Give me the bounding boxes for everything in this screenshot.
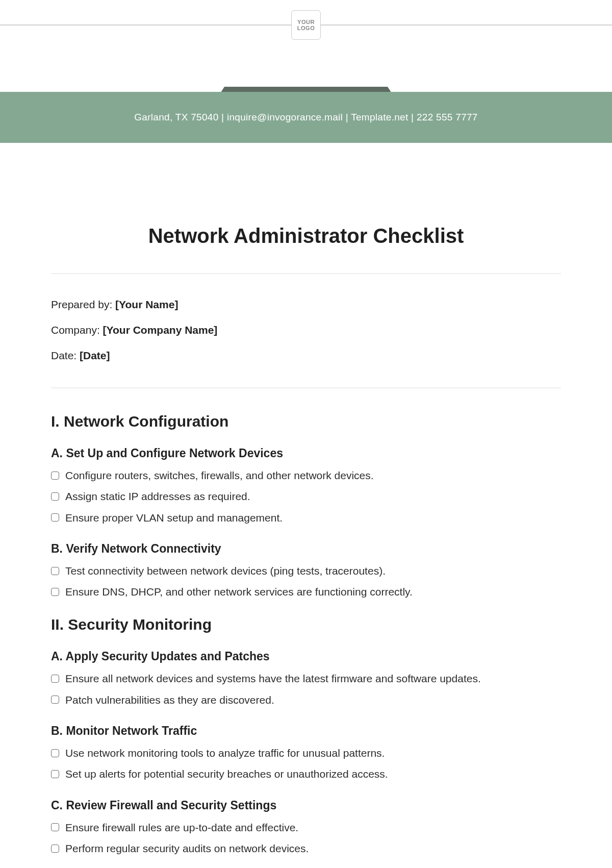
divider bbox=[51, 387, 561, 388]
checkbox-icon[interactable] bbox=[51, 675, 59, 683]
checklist-group: A. Apply Security Updates and PatchesEns… bbox=[51, 650, 561, 707]
group-subheading: B. Verify Network Connectivity bbox=[51, 542, 561, 556]
page-title: Network Administrator Checklist bbox=[51, 225, 561, 247]
checklist-item-text: Use network monitoring tools to analyze … bbox=[65, 746, 385, 760]
checklist-item: Ensure DNS, DHCP, and other network serv… bbox=[51, 585, 561, 599]
group-subheading: C. Review Firewall and Security Settings bbox=[51, 799, 561, 812]
checkbox-icon[interactable] bbox=[51, 513, 59, 522]
top-rule-area: YOUR LOGO bbox=[0, 0, 612, 31]
checkbox-icon[interactable] bbox=[51, 823, 59, 831]
checklist-item: Patch vulnerabilities as they are discov… bbox=[51, 693, 561, 707]
group-subheading: A. Set Up and Configure Network Devices bbox=[51, 447, 561, 460]
checklist-group: B. Verify Network ConnectivityTest conne… bbox=[51, 542, 561, 599]
checkbox-icon[interactable] bbox=[51, 696, 59, 704]
checklist-item: Ensure proper VLAN setup and management. bbox=[51, 511, 561, 525]
checklist-item-text: Assign static IP addresses as required. bbox=[65, 489, 250, 503]
checklist-item-text: Ensure firewall rules are up-to-date and… bbox=[65, 821, 298, 834]
logo-placeholder: YOUR LOGO bbox=[291, 10, 321, 40]
checklist-item-text: Patch vulnerabilities as they are discov… bbox=[65, 693, 274, 707]
checklist-group: A. Set Up and Configure Network DevicesC… bbox=[51, 447, 561, 525]
checklist-item-text: Configure routers, switches, firewalls, … bbox=[65, 468, 374, 482]
checklist-item: Assign static IP addresses as required. bbox=[51, 489, 561, 503]
checkbox-icon[interactable] bbox=[51, 845, 59, 853]
checkbox-icon[interactable] bbox=[51, 567, 59, 575]
checklist-item: Perform regular security audits on netwo… bbox=[51, 841, 561, 855]
checklist-item-text: Ensure all network devices and systems h… bbox=[65, 672, 481, 685]
checklist-item-text: Set up alerts for potential security bre… bbox=[65, 767, 388, 781]
header-band-wrap: Garland, TX 75040 | inquire@invogorance.… bbox=[0, 92, 612, 143]
header-band: Garland, TX 75040 | inquire@invogorance.… bbox=[0, 92, 612, 143]
checklist-item: Configure routers, switches, firewalls, … bbox=[51, 468, 561, 482]
checkbox-icon[interactable] bbox=[51, 770, 59, 778]
meta-date: Date: [Date] bbox=[51, 350, 561, 362]
meta-value: [Your Company Name] bbox=[103, 324, 218, 336]
meta-label: Company: bbox=[51, 324, 103, 336]
checklist-item: Ensure all network devices and systems h… bbox=[51, 672, 561, 685]
checklist-item: Use network monitoring tools to analyze … bbox=[51, 746, 561, 760]
logo-line2: LOGO bbox=[297, 25, 315, 31]
section-heading: II. Security Monitoring bbox=[51, 616, 561, 633]
meta-label: Date: bbox=[51, 350, 80, 361]
meta-block: Prepared by: [Your Name] Company: [Your … bbox=[51, 299, 561, 362]
checklist-item: Set up alerts for potential security bre… bbox=[51, 767, 561, 781]
checklist-item-text: Ensure proper VLAN setup and management. bbox=[65, 511, 283, 525]
meta-value: [Date] bbox=[80, 350, 110, 361]
checklist-group: B. Monitor Network TrafficUse network mo… bbox=[51, 724, 561, 781]
checklist-item: Ensure firewall rules are up-to-date and… bbox=[51, 821, 561, 834]
checklist-group: C. Review Firewall and Security Settings… bbox=[51, 799, 561, 856]
checkbox-icon[interactable] bbox=[51, 492, 59, 501]
divider bbox=[51, 273, 561, 274]
group-subheading: A. Apply Security Updates and Patches bbox=[51, 650, 561, 663]
logo-line1: YOUR bbox=[297, 19, 315, 25]
meta-company: Company: [Your Company Name] bbox=[51, 324, 561, 336]
checklist-item-text: Perform regular security audits on netwo… bbox=[65, 841, 309, 855]
contact-info-text: Garland, TX 75040 | inquire@invogorance.… bbox=[134, 112, 478, 123]
checklist-item-text: Ensure DNS, DHCP, and other network serv… bbox=[65, 585, 413, 599]
meta-value: [Your Name] bbox=[115, 299, 178, 310]
meta-label: Prepared by: bbox=[51, 299, 115, 310]
checklist-item: Test connectivity between network device… bbox=[51, 564, 561, 578]
checkbox-icon[interactable] bbox=[51, 472, 59, 480]
meta-prepared-by: Prepared by: [Your Name] bbox=[51, 299, 561, 311]
group-subheading: B. Monitor Network Traffic bbox=[51, 724, 561, 738]
checkbox-icon[interactable] bbox=[51, 749, 59, 757]
checklist-item-text: Test connectivity between network device… bbox=[65, 564, 386, 578]
section-heading: I. Network Configuration bbox=[51, 413, 561, 430]
checkbox-icon[interactable] bbox=[51, 588, 59, 596]
